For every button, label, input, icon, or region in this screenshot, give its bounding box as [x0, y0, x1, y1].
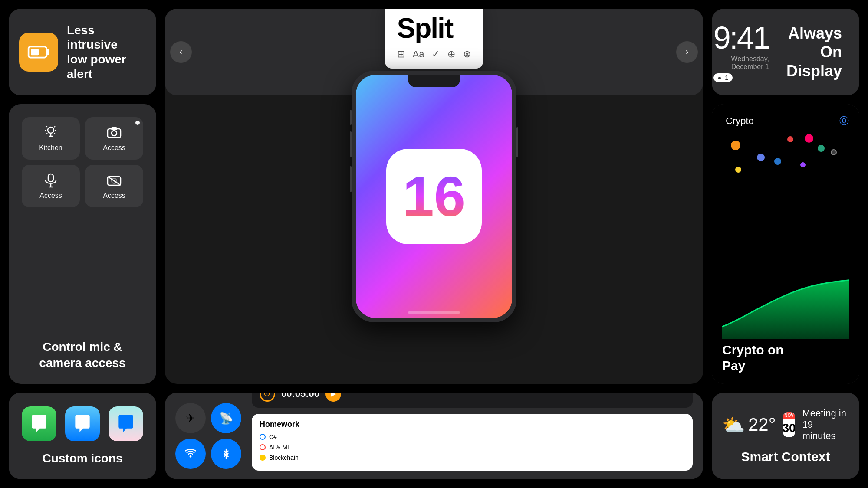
eth2-dot: [831, 149, 837, 155]
timer-display: 00:05:00: [281, 393, 319, 400]
mic-access-item[interactable]: Access: [22, 165, 80, 207]
svg-rect-7: [48, 174, 53, 182]
cal-month: NOV: [783, 412, 796, 419]
split-toolbar: ⊞ Aa ✓ ⊕ ⊗: [397, 49, 471, 60]
kitchen-label: Kitchen: [39, 144, 62, 152]
crypto-chart-svg: [722, 273, 849, 342]
always-on-display-card: 9:41 Wednesday, December 1 ● 1 Always On…: [712, 9, 859, 95]
mic-footer: Control mic & camera access: [39, 339, 125, 371]
smart-context-label: Smart Context: [741, 449, 830, 464]
temperature: 22°: [748, 414, 776, 435]
no-camera-label: Access: [103, 192, 125, 200]
svg-point-13: [190, 455, 192, 458]
no-camera-item[interactable]: Access: [85, 165, 143, 207]
usdc-dot: [774, 158, 781, 165]
split-left-panel: Split ⊞ Aa ✓ ⊕ ⊗: [385, 9, 483, 69]
wifi-btn[interactable]: [175, 439, 206, 469]
homework-widget: Homework C# AI & ML Blockchain: [252, 414, 693, 471]
crypto-chart-area: [722, 132, 849, 342]
controls-row-2: [175, 439, 241, 469]
hw-blockchain-text: Blockchain: [269, 454, 299, 461]
nav-arrow-left[interactable]: ‹: [170, 41, 192, 63]
homework-title: Homework: [260, 420, 685, 429]
kitchen-item[interactable]: Kitchen: [22, 117, 80, 160]
timer-play-button[interactable]: ▶: [326, 393, 341, 402]
timer-widget[interactable]: ⏱ 00:05:00 ▶: [252, 393, 693, 408]
svg-point-5: [112, 131, 117, 136]
mic-camera-card: Kitchen Access Access: [9, 104, 156, 384]
grid-icon[interactable]: ⊞: [397, 49, 405, 60]
ios16-number: 16: [403, 168, 466, 225]
sol-dot: [800, 162, 806, 167]
iphone-frame: 16: [352, 71, 516, 322]
aod-toggle: ● 1: [713, 73, 769, 82]
bluetooth-btn[interactable]: [211, 439, 241, 469]
svg-point-3: [48, 127, 54, 133]
shield-icon[interactable]: ⊗: [463, 49, 471, 60]
weather-icon: ⛅: [722, 414, 745, 436]
eth-dot: [757, 154, 765, 161]
power-alert-text: Less intrusive low power alert: [67, 23, 146, 81]
aod-label: Always On Display: [786, 24, 842, 80]
smart-top-row: ⛅ 22° NOV 30 Meeting in 19 minutes: [722, 408, 849, 442]
add-icon[interactable]: ⊕: [447, 49, 455, 60]
avax-dot: [787, 136, 793, 142]
weather-widget: ⛅ 22°: [722, 414, 776, 436]
ios16-logo: 16: [386, 149, 482, 244]
control-buttons: ✈ 📡: [175, 403, 241, 469]
split-word: Split: [397, 12, 471, 44]
nav-arrow-right[interactable]: ›: [676, 41, 698, 63]
btc-dot: [731, 141, 740, 150]
aod-time-section: 9:41 Wednesday, December 1 ● 1: [713, 22, 769, 82]
crypto-inner: Crypto ⓪: [712, 104, 859, 384]
hw-dot-yellow: [260, 455, 266, 461]
crypto-title: Crypto: [726, 115, 754, 127]
mic-grid: Kitchen Access Access: [22, 117, 143, 207]
controls-row-1: ✈ 📡: [175, 403, 241, 433]
interactive-widgets-card: ✈ 📡 ⏱: [165, 393, 703, 479]
messages-icon-blue[interactable]: [65, 406, 100, 441]
custom-icons-card: Custom icons: [9, 393, 156, 479]
svg-rect-1: [46, 49, 49, 55]
usdt-dot: [818, 145, 825, 152]
bnb-dot: [735, 167, 741, 173]
aod-toggle-switch[interactable]: ● 1: [713, 73, 733, 82]
hw-item-blockchain[interactable]: Blockchain: [260, 454, 685, 461]
font-icon[interactable]: Aa: [413, 49, 424, 60]
power-button: [516, 127, 518, 157]
volume-down-button: [350, 166, 352, 192]
hw-aiml-text: AI & ML: [269, 444, 291, 451]
hw-dot-red: [260, 444, 266, 450]
svg-rect-2: [31, 49, 39, 55]
matic-dot: [805, 134, 813, 143]
hw-dot-blue: [260, 434, 266, 440]
crypto-footer: Crypto on Pay: [722, 342, 849, 373]
camera-access-item[interactable]: Access: [85, 117, 143, 160]
timer-icon: ⏱: [260, 393, 275, 402]
battery-icon: [19, 33, 58, 72]
volume-up-button: [350, 131, 352, 157]
cal-day: 30: [783, 419, 796, 437]
camera-access-label: Access: [103, 144, 125, 152]
hw-item-aiml[interactable]: AI & ML: [260, 444, 685, 451]
custom-icons-label: Custom icons: [42, 452, 122, 465]
low-power-alert-card: Less intrusive low power alert: [9, 9, 156, 95]
silent-button: [350, 110, 352, 125]
aod-clock: 9:41: [713, 22, 769, 53]
camera-dot: [135, 121, 140, 125]
top-right-icon: ⓪: [839, 115, 849, 128]
aod-date: Wednesday, December 1: [713, 55, 769, 71]
check-icon[interactable]: ✓: [432, 49, 440, 60]
messages-icon-gradient[interactable]: [108, 406, 143, 441]
podcast-btn[interactable]: 📡: [211, 403, 241, 433]
iphone-notch: [408, 75, 460, 87]
messages-icon-green[interactable]: [22, 406, 56, 441]
smart-context-card: ⛅ 22° NOV 30 Meeting in 19 minutes Smart…: [712, 393, 859, 479]
widget-col: ⏱ 00:05:00 ▶ Homework C# AI & ML Blockch…: [252, 393, 693, 479]
meeting-text: Meeting in 19 minutes: [802, 408, 849, 442]
airplane-btn[interactable]: ✈: [175, 403, 206, 433]
iphone-screen: 16: [356, 75, 512, 318]
home-indicator: [408, 311, 460, 314]
hw-item-csharp[interactable]: C#: [260, 433, 685, 440]
calendar-widget: NOV 30: [783, 412, 796, 437]
